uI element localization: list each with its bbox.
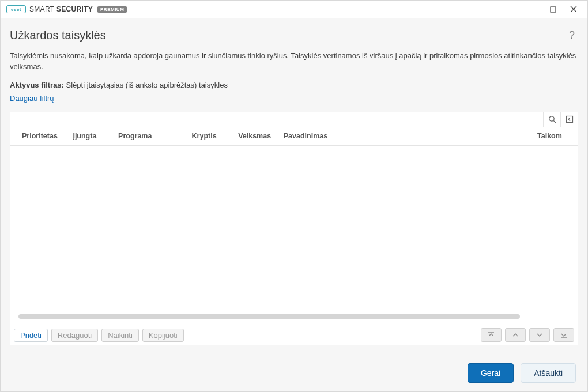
active-filter-label: Aktyvus filtras:	[10, 81, 64, 89]
svg-rect-0	[551, 7, 556, 12]
move-top-button	[481, 328, 502, 342]
page-title: Užkardos taisyklės	[10, 29, 566, 42]
brand-badge: PREMIUM	[97, 6, 127, 13]
more-filters-link[interactable]: Daugiau filtrų	[10, 94, 578, 103]
table-header: Prioritetas Įjungta Programa Kryptis Vei…	[10, 127, 578, 146]
brand: eset SMART SECURITY PREMIUM	[6, 5, 127, 13]
col-enabled[interactable]: Įjungta	[67, 132, 112, 140]
window-close-button[interactable]	[563, 1, 584, 17]
active-filter: Aktyvus filtras: Slėpti įtaisytąsias (iš…	[10, 81, 578, 89]
add-button[interactable]: Pridėti	[14, 329, 48, 342]
help-icon[interactable]: ?	[566, 28, 578, 43]
spacer	[10, 345, 578, 355]
table-toolbar	[10, 112, 578, 127]
active-filter-value: Slėpti įtaisytąsias (iš anksto apibrėžta…	[66, 81, 228, 89]
col-action[interactable]: Veiksmas	[232, 132, 278, 140]
window: eset SMART SECURITY PREMIUM Užkardos tai…	[0, 0, 588, 392]
move-down-button	[529, 328, 550, 342]
move-up-button	[505, 328, 526, 342]
move-bottom-button	[553, 328, 574, 342]
copy-button: Kopijuoti	[142, 329, 184, 342]
rules-table: Prioritetas Įjungta Programa Kryptis Vei…	[10, 112, 578, 325]
delete-button: Naikinti	[101, 329, 139, 342]
horizontal-scrollbar[interactable]	[18, 314, 520, 319]
col-name[interactable]: Pavadinimas	[278, 132, 532, 140]
search-icon[interactable]	[543, 112, 560, 127]
svg-point-1	[549, 116, 553, 121]
page-description: Taisyklėmis nusakoma, kaip užkarda apdor…	[10, 51, 578, 73]
titlebar: eset SMART SECURITY PREMIUM	[1, 1, 587, 18]
window-maximize-button[interactable]	[542, 1, 563, 17]
svg-rect-2	[566, 116, 572, 123]
col-program[interactable]: Programa	[112, 132, 186, 140]
ok-button[interactable]: Gerai	[468, 363, 514, 383]
col-priority[interactable]: Prioritetas	[10, 132, 67, 140]
brand-name-light: SMART	[29, 5, 54, 13]
brand-logo: eset	[6, 5, 26, 13]
dialog-footer: Gerai Atšaukti	[1, 355, 587, 391]
table-action-bar: Pridėti Redaguoti Naikinti Kopijuoti	[10, 325, 578, 345]
table-body	[10, 146, 578, 325]
cancel-button[interactable]: Atšaukti	[521, 363, 576, 383]
header-row: Užkardos taisyklės ?	[10, 28, 578, 43]
content: Užkardos taisyklės ? Taisyklėmis nusakom…	[1, 18, 587, 355]
edit-button: Redaguoti	[51, 329, 98, 342]
brand-name-bold: SECURITY	[56, 5, 93, 13]
col-direction[interactable]: Kryptis	[186, 132, 233, 140]
expand-panel-icon[interactable]	[560, 112, 578, 127]
col-target[interactable]: Taikom	[532, 132, 578, 140]
brand-name: SMART SECURITY	[29, 5, 93, 13]
